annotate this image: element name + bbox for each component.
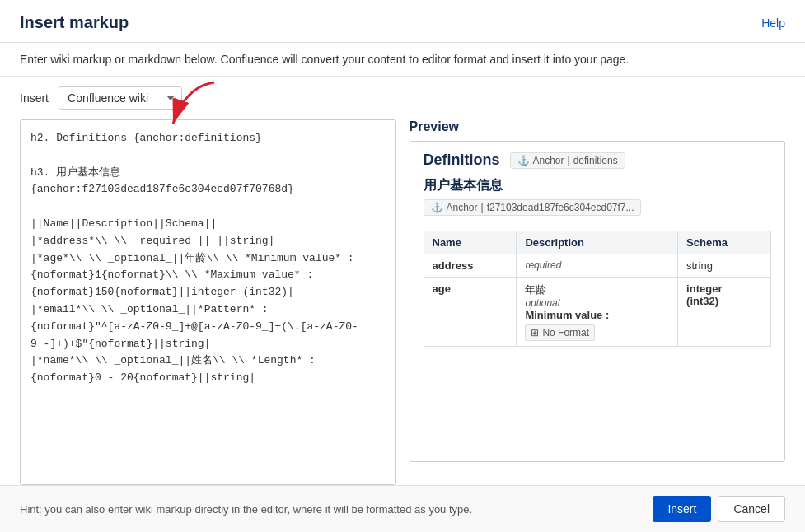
preview-panel-title: Preview [410,119,786,134]
address-required: required [525,259,669,271]
table-cell-name-address: address [424,254,517,278]
insert-row: Insert Confluence wiki Markdown [0,77,805,119]
modal-subtitle: Enter wiki markup or markdown below. Con… [0,43,805,77]
cancel-button[interactable]: Cancel [718,496,785,522]
no-format-icon: ⊞ [531,327,539,338]
footer-buttons: Insert Cancel [653,496,785,522]
anchor-badge-definitions: ⚓ Anchor | definitions [510,152,625,169]
table-header-schema: Schema [678,231,771,254]
table-row: age 年龄 optional Minimum value : ⊞ No For… [424,278,771,347]
editor-textarea[interactable]: h2. Definitions {anchor:definitions} h3.… [20,119,396,485]
main-content: h2. Definitions {anchor:definitions} h3.… [0,119,805,485]
age-name: age [433,282,451,295]
anchor-icon-long: ⚓ [431,202,443,213]
editor-panel: h2. Definitions {anchor:definitions} h3.… [20,119,396,485]
anchor-value: definitions [573,155,618,166]
age-optional: optional [525,297,669,309]
modal-header: Insert markup Help [0,0,805,43]
anchor-long-label: Anchor [447,202,478,213]
no-format-badge: ⊞ No Format [525,324,595,341]
help-link[interactable]: Help [761,16,785,30]
preview-table: Name Description Schema address [424,231,772,347]
table-header-name: Name [424,231,517,254]
subtitle-text: Enter wiki markup or markdown below. Con… [20,53,629,66]
table-cell-schema-age: integer(int32) [678,278,771,347]
insert-button[interactable]: Insert [653,496,711,522]
main-area-wrapper: Insert Confluence wiki Markdown h2. Defi… [0,77,805,485]
preview-subheading: 用户基本信息 [424,177,772,194]
table-cell-desc-address: required [517,254,678,278]
anchor-label: Anchor [533,155,564,166]
anchor-separator: | [568,155,570,166]
age-schema: integer(int32) [686,282,722,307]
preview-heading-text: Definitions [424,152,500,169]
modal-footer: Hint: you can also enter wiki markup dir… [0,485,805,532]
modal-container: Insert markup Help Enter wiki markup or … [0,0,805,532]
age-description: 年龄 [525,282,669,297]
footer-hint: Hint: you can also enter wiki markup dir… [20,503,472,516]
no-format-label: No Format [542,327,589,338]
anchor-long-value: f27103dead187fe6c304ecd07f7... [487,202,634,213]
anchor-icon: ⚓ [517,155,530,166]
table-cell-schema-address: string [678,254,771,278]
table-cell-name-age: age [424,278,517,347]
preview-box: Definitions ⚓ Anchor | definitions 用户基本信… [410,141,786,462]
modal-title: Insert markup [20,13,129,32]
address-name: address [433,259,474,272]
insert-select[interactable]: Confluence wiki Markdown [59,86,182,110]
table-cell-desc-age: 年龄 optional Minimum value : ⊞ No Format [517,278,678,347]
age-min-value: Minimum value : [525,309,669,321]
table-header-description: Description [517,231,678,254]
insert-label: Insert [20,91,49,105]
preview-heading: Definitions ⚓ Anchor | definitions [424,152,772,169]
table-row: address required string [424,254,771,278]
address-schema: string [686,259,713,272]
anchor-badge-long: ⚓ Anchor | f27103dead187fe6c304ecd07f7..… [424,199,642,216]
preview-panel: Preview Definitions ⚓ Anchor | definitio… [410,119,786,485]
